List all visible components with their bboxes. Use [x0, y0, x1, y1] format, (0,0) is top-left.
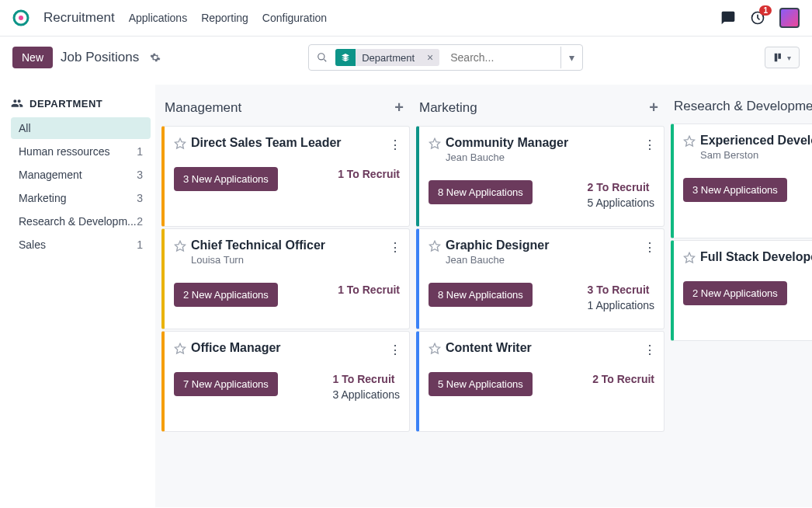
star-icon[interactable] [429, 240, 441, 252]
kanban-column: Research & Development Experienced Devel… [671, 96, 812, 496]
svg-rect-5 [775, 54, 778, 62]
star-icon[interactable] [174, 240, 186, 252]
card-stat: 1 To Recruit [333, 372, 400, 388]
card-subtitle: Jean Bauche [446, 151, 654, 163]
sidebar-heading: DEPARTMENT [11, 97, 151, 110]
card-subtitle: Jean Bauche [446, 254, 654, 266]
chip-label: Department [356, 52, 421, 64]
activity-icon[interactable]: 1 [750, 10, 765, 26]
notification-badge: 1 [759, 5, 772, 16]
card-title: Graphic Designer [446, 238, 549, 252]
applications-pill[interactable]: 8 New Applications [429, 180, 533, 204]
applications-pill[interactable]: 3 New Applications [174, 167, 278, 191]
column-title: Research & Development [674, 99, 812, 114]
star-icon[interactable] [683, 135, 696, 148]
svg-marker-11 [429, 241, 439, 251]
applications-pill[interactable]: 3 New Applications [683, 178, 787, 202]
svg-marker-13 [684, 136, 694, 146]
sidebar-item[interactable]: Management3 [11, 164, 151, 186]
nav-configuration[interactable]: Configuration [262, 12, 327, 24]
kanban-card[interactable]: Chief Technical Officer Louisa Turn ⋮ 2 … [161, 228, 410, 329]
star-icon[interactable] [429, 137, 441, 150]
kanban-card[interactable]: Office Manager ⋮ 7 New Applications 1 To… [161, 331, 410, 432]
card-stat: 3 To Recruit [588, 283, 654, 298]
applications-pill[interactable]: 5 New Applications [429, 372, 533, 396]
star-icon[interactable] [683, 252, 696, 264]
sidebar-item[interactable]: Human ressources1 [11, 141, 151, 162]
star-icon[interactable] [429, 343, 441, 355]
app-name[interactable]: Recruitment [43, 10, 115, 26]
sidebar-item-label: Sales [19, 238, 46, 251]
card-title: Community Manager [446, 136, 568, 150]
gear-icon[interactable] [150, 52, 161, 63]
new-button[interactable]: New [12, 47, 53, 68]
sidebar-item[interactable]: Research & Developm...2 [11, 211, 151, 232]
card-menu-icon[interactable]: ⋮ [644, 137, 656, 152]
card-menu-icon[interactable]: ⋮ [389, 240, 401, 255]
card-menu-icon[interactable]: ⋮ [389, 343, 401, 357]
topbar: Recruitment Applications Reporting Confi… [0, 0, 812, 37]
search-input[interactable] [444, 47, 560, 68]
app-logo [12, 9, 29, 26]
star-icon[interactable] [174, 343, 186, 355]
kanban-card[interactable]: Graphic Designer Jean Bauche ⋮ 8 New App… [416, 228, 665, 329]
sidebar-item[interactable]: Marketing3 [11, 187, 151, 209]
card-subtitle: Louisa Turn [191, 254, 400, 266]
card-stat: 1 Applications [588, 298, 654, 314]
chip-close[interactable]: × [421, 51, 439, 64]
svg-marker-8 [175, 241, 185, 251]
search-dropdown[interactable]: ▾ [560, 47, 582, 68]
column-title: Management [165, 100, 241, 116]
sidebar-item-label: Management [19, 169, 82, 181]
card-stat: 1 To Recruit [338, 283, 400, 298]
svg-point-1 [19, 16, 23, 20]
kanban-board: Management+ Direct Sales Team Leader ⋮ 3… [155, 85, 812, 507]
nav-applications[interactable]: Applications [129, 12, 188, 24]
add-card-icon[interactable]: + [394, 99, 404, 117]
sidebar-item-count: 1 [137, 238, 143, 251]
svg-marker-10 [429, 138, 439, 148]
svg-point-3 [318, 54, 324, 60]
sidebar-item-label: Human ressources [19, 145, 110, 158]
add-card-icon[interactable]: + [649, 99, 658, 117]
nav-reporting[interactable]: Reporting [201, 12, 248, 24]
search-icon [309, 52, 335, 63]
applications-pill[interactable]: 2 New Applications [174, 283, 278, 307]
filter-chip: Department × [335, 49, 439, 66]
kanban-card[interactable]: Content Writer ⋮ 5 New Applications 2 To… [416, 331, 665, 432]
card-menu-icon[interactable]: ⋮ [389, 137, 401, 152]
kanban-card[interactable]: Full Stack Developer ⋮ 2 New Application… [671, 240, 812, 341]
sidebar-item[interactable]: Sales1 [11, 234, 151, 256]
avatar[interactable] [779, 8, 800, 28]
main: DEPARTMENT AllHuman ressources1Managemen… [0, 85, 812, 507]
column-title: Marketing [419, 100, 477, 116]
layers-icon [335, 49, 356, 66]
card-menu-icon[interactable]: ⋮ [644, 343, 656, 357]
sidebar-item-label: Marketing [19, 192, 66, 204]
kanban-card[interactable]: Experienced Developer Sam Berston ⋮ 3 Ne… [671, 124, 812, 238]
sidebar-item-label: All [19, 122, 31, 134]
kanban-card[interactable]: Community Manager Jean Bauche ⋮ 8 New Ap… [416, 126, 665, 227]
card-title: Full Stack Developer [700, 250, 812, 264]
sidebar-item-count: 2 [137, 215, 143, 228]
card-title: Content Writer [446, 341, 532, 355]
card-stat: 1 To Recruit [338, 167, 400, 183]
kanban-card[interactable]: Direct Sales Team Leader ⋮ 3 New Applica… [161, 126, 410, 227]
view-switcher[interactable]: ▾ [765, 47, 800, 68]
toolbar: New Job Positions Department × ▾ ▾ [0, 37, 812, 85]
svg-marker-14 [684, 252, 694, 263]
card-subtitle: Sam Berston [700, 149, 812, 161]
svg-marker-12 [429, 343, 439, 353]
sidebar-item[interactable]: All [11, 117, 151, 139]
svg-marker-7 [175, 138, 185, 148]
messages-icon[interactable] [720, 10, 736, 26]
applications-pill[interactable]: 8 New Applications [429, 283, 533, 307]
applications-pill[interactable]: 7 New Applications [174, 372, 278, 396]
svg-marker-9 [175, 343, 185, 353]
sidebar-item-count: 3 [137, 192, 143, 204]
kanban-column: Management+ Direct Sales Team Leader ⋮ 3… [161, 96, 410, 496]
star-icon[interactable] [174, 137, 186, 150]
svg-line-4 [324, 59, 326, 61]
applications-pill[interactable]: 2 New Applications [683, 281, 787, 305]
card-menu-icon[interactable]: ⋮ [644, 240, 656, 255]
